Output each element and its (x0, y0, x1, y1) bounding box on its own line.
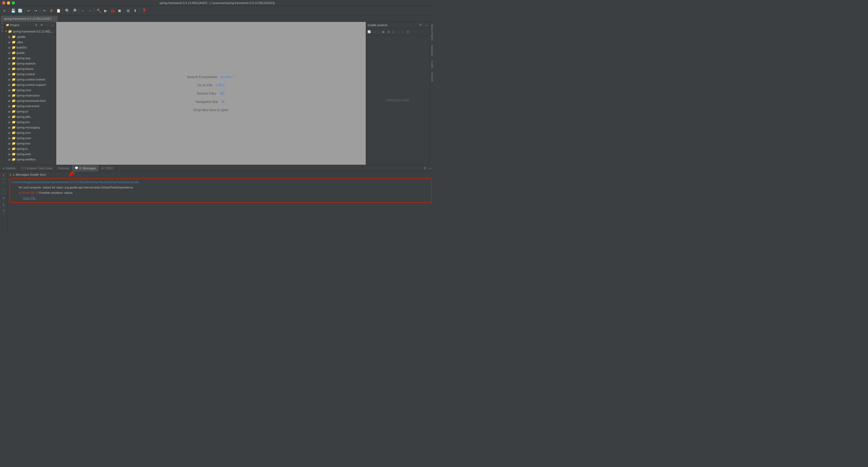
gradle-run-btn[interactable]: ▶ (381, 30, 386, 34)
tree-item[interactable]: ▶ 📁 spring-webflux (4, 157, 56, 162)
scroll-up-btn[interactable]: ↑ (1, 180, 6, 186)
recent-files-shortcut: ⌘E (219, 91, 225, 95)
gradle-tasks-btn[interactable]: ⊞ (386, 30, 391, 34)
right-strip-gradle[interactable]: Gradle (431, 58, 433, 70)
gradle-collapse-btn[interactable]: ↕ (401, 30, 405, 34)
tree-item-folder-icon: 📁 (12, 126, 16, 129)
toolbar-build[interactable]: 🔨 (95, 7, 102, 14)
toolbar-debug[interactable]: 🐞 (109, 7, 116, 14)
left-strip-project[interactable]: P (0, 22, 4, 26)
bottom-settings-btn[interactable]: ⚙ (423, 166, 427, 170)
panel-settings-btn[interactable]: ⚙ (34, 23, 38, 27)
panel-close-btn[interactable]: — (50, 23, 54, 27)
toolbar-paste[interactable]: 📋 (55, 7, 62, 14)
gradle-add-btn[interactable]: + (372, 30, 376, 34)
toolbar-cut[interactable]: ✂ (41, 7, 48, 14)
right-strip-maven[interactable]: Maven Projects (431, 22, 433, 43)
tree-item[interactable]: ▶ 📁 spring-oxm (4, 135, 56, 141)
tree-item[interactable]: ▶ 📁 spring-instrument (4, 103, 56, 109)
toolbar-undo[interactable]: ↩ (26, 7, 32, 14)
tree-item[interactable]: ▶ 📁 .idea (4, 39, 56, 45)
toolbar-save[interactable]: 💾 (10, 7, 16, 14)
export-btn[interactable]: ⤓ (1, 202, 6, 207)
tree-item[interactable]: ▶ 📁 spring-context-support (4, 82, 56, 87)
project-tab-close[interactable]: × (54, 17, 55, 20)
tab-terminal[interactable]: Terminal (56, 165, 72, 172)
toolbar-forward[interactable]: → (87, 7, 93, 14)
toolbar-sync[interactable]: 🔄 (17, 7, 23, 14)
error-detail-2[interactable]: ⊘ Error:(28, 0) Possible solutions: valu… (11, 191, 430, 196)
tab-statistic[interactable]: ● Statistic (0, 165, 19, 172)
tree-item[interactable]: ▶ 📁 spring-orm (4, 130, 56, 135)
file-path-row[interactable]: /Users/zhangjun/yuanma1/spring-framework… (11, 180, 430, 185)
toolbar-replace[interactable]: 🔎 (71, 7, 77, 14)
tree-item[interactable]: ▶ 📁 spring-jcl (4, 109, 56, 114)
tree-item[interactable]: ▶ 📁 spring-test (4, 141, 56, 146)
toolbar-stop[interactable]: ⏹ (116, 7, 123, 14)
file-path-text: /Users/zhangjun/yuanma1/spring-framework… (12, 181, 139, 184)
tree-item[interactable]: ▶ 📁 spring-jdbc (4, 114, 56, 119)
toolbar-copy[interactable]: ⎘ (48, 7, 55, 14)
tab-todo[interactable]: 6: TODO (99, 165, 116, 172)
close-messages-btn[interactable]: ✕ (1, 173, 6, 178)
scroll-down-btn[interactable]: ↓ (1, 187, 6, 192)
toolbar-help[interactable]: ❓ (141, 7, 147, 14)
error-detail-1[interactable]: No such property: values for class: org.… (11, 185, 430, 191)
tree-item[interactable]: ▶ 📁 spring-core (4, 87, 56, 93)
tree-root-item[interactable]: ▼ 📁 spring-framework-5.0.13.RELEASE3 ~/y… (4, 29, 56, 34)
right-strip-ant[interactable]: Ant Build (431, 70, 433, 84)
left-strip-favorites[interactable]: F (0, 29, 4, 33)
tab-messages-label: 0: Messages (80, 166, 96, 170)
gradle-filter-btn[interactable]: ≡ (391, 30, 395, 34)
gradle-close-btn[interactable]: — (424, 23, 428, 27)
tab-messages[interactable]: 💬 0: Messages (72, 165, 99, 172)
editor-area[interactable]: Search Everywhere Double ⇧ Go to File ⇧⌘… (56, 22, 366, 165)
panel-gear-btn[interactable]: ⋯ (45, 23, 49, 27)
tree-item[interactable]: ▶ 📁 spring-context-indexer (4, 77, 56, 82)
toolbar-sdk[interactable]: ⊞ (125, 7, 131, 14)
maximize-button[interactable] (12, 1, 15, 4)
tree-item[interactable]: ▶ 📁 spring-tx (4, 146, 56, 151)
tab-terminal-label: Terminal (58, 166, 69, 170)
project-tab[interactable]: spring-framework-5.0.13.RELEASE3 × (1, 15, 58, 22)
gradle-expand-btn[interactable]: ↕ (396, 30, 400, 34)
tree-item-label: spring-context (17, 72, 35, 76)
toolbar-back[interactable]: ← (80, 7, 86, 14)
gradle-settings-btn[interactable]: ⚙ (418, 23, 423, 27)
tree-item[interactable]: ▶ 📁 buildSrc (4, 45, 56, 50)
toolbar-redo[interactable]: ↪ (33, 7, 39, 14)
tree-item[interactable]: ▶ 📁 spring-expression (4, 93, 56, 98)
right-strip-database[interactable]: Databases (431, 43, 433, 58)
toolbar-menu[interactable]: ≡ (1, 7, 7, 14)
tree-item[interactable]: ▶ 📁 spring-web (4, 151, 56, 157)
tree-item[interactable]: ▶ 📁 spring-beans (4, 66, 56, 71)
window-controls[interactable] (2, 1, 15, 4)
tree-item-label: spring-beans (17, 67, 34, 70)
left-strip-structure[interactable]: S (0, 26, 4, 29)
toolbar-find[interactable]: 🔍 (64, 7, 70, 14)
tree-item[interactable]: ▶ 📁 gradle (4, 50, 56, 56)
tree-item[interactable]: ▶ 📁 spring-messaging (4, 125, 56, 130)
toolbar-run[interactable]: ▶ (102, 7, 109, 14)
tab-compute-code-lines[interactable]: ☐ Compute Code Lines (19, 165, 55, 172)
gradle-remove-btn[interactable]: − (377, 30, 381, 34)
gradle-sync-header[interactable]: ▼ ● Messages Gradle Sync (7, 173, 434, 178)
filter-btn[interactable]: ≡ (1, 195, 6, 201)
open-file-button[interactable]: Open File (23, 196, 36, 200)
close-button[interactable] (2, 1, 5, 4)
help-btn[interactable]: ? (1, 208, 6, 214)
tree-item[interactable]: ▶ 📁 spring-aop (4, 56, 56, 61)
toolbar-vcs[interactable]: ⬆ (132, 7, 138, 14)
open-file-row[interactable]: Open File (11, 196, 430, 201)
tree-item[interactable]: ▶ 📁 spring-jms (4, 119, 56, 125)
tree-item[interactable]: ▶ 📁 .gradle (4, 34, 56, 39)
minimize-button[interactable] (7, 1, 10, 4)
goto-file-shortcut: ⇧⌘O (215, 83, 224, 87)
gradle-refresh-btn[interactable]: 🔄 (367, 30, 371, 34)
tree-item[interactable]: ▶ 📁 spring-aspects (4, 61, 56, 66)
tree-item[interactable]: ▶ 📁 spring-framework-bom (4, 98, 56, 103)
gradle-group-btn[interactable]: ⊡ (405, 30, 410, 34)
bottom-minimize-btn[interactable]: — (428, 166, 432, 170)
tree-item[interactable]: ▶ 📁 spring-context (4, 71, 56, 77)
panel-expand-btn[interactable]: ⊞ (39, 23, 44, 27)
